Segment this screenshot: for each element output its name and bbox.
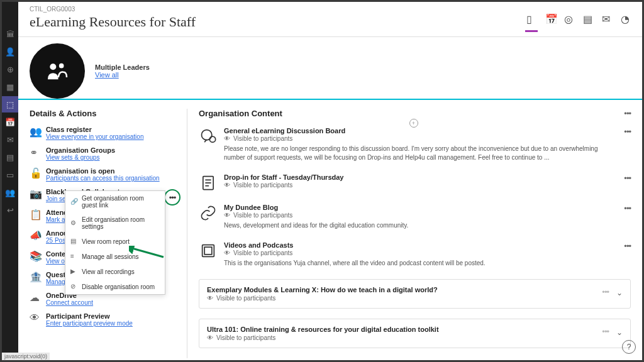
chevron-down-icon[interactable]: ⌄ xyxy=(616,288,623,297)
rail-icon-organisations[interactable]: ⬚ xyxy=(2,96,18,112)
svg-point-1 xyxy=(59,63,64,69)
megaphone-icon: 📣 xyxy=(30,229,41,241)
breadcrumb: CTIL_ORG0003 xyxy=(30,6,631,13)
dd-manage-sessions[interactable]: ≡Manage all sessions xyxy=(65,249,165,264)
collaborate-dropdown: 🔗Get organisation room guest link ⚙Edit … xyxy=(65,190,165,295)
tab-content-icon[interactable]: ▯ xyxy=(526,13,536,23)
dd-guest-link[interactable]: 🔗Get organisation room guest link xyxy=(65,191,165,212)
eye-icon: 👁 xyxy=(224,135,231,142)
content-item-discussion[interactable]: General eLearning Discussion Board 👁Visi… xyxy=(199,127,631,162)
content-item-dropin[interactable]: Drop-in for Staff - Tuesday/Thursday 👁Vi… xyxy=(199,173,631,192)
rail-icon-activity[interactable]: ⊕ xyxy=(2,61,18,77)
leaders-heading: Multiple Leaders xyxy=(95,63,150,71)
eye-icon: 👁 xyxy=(207,295,214,302)
eye-icon: 👁 xyxy=(224,182,231,189)
content-item-blog[interactable]: My Dundee Blog 👁Visible to participants … xyxy=(199,204,631,230)
svg-point-3 xyxy=(209,136,215,142)
tab-discussions-icon[interactable]: ◎ xyxy=(564,13,574,23)
collaborate-options-button[interactable]: ••• xyxy=(164,189,180,206)
content-heading: Organisation Content xyxy=(199,109,631,118)
rail-icon-institution[interactable]: 🏛 xyxy=(2,26,18,42)
groups-link[interactable]: View sets & groups xyxy=(46,154,115,161)
tab-messages-icon[interactable]: ✉ xyxy=(602,13,612,23)
unlock-icon: 🔓 xyxy=(30,167,41,178)
folder-more-button[interactable]: ••• xyxy=(602,327,609,336)
leaders-viewall-link[interactable]: View all xyxy=(95,71,150,79)
browser-statusbar: javascript:void(0) xyxy=(2,353,50,360)
rail-icon-profile[interactable]: 👤 xyxy=(2,43,18,60)
dd-edit-settings[interactable]: ⚙Edit organisation room settings xyxy=(65,212,165,234)
divider-cyan xyxy=(18,99,642,100)
item-more-button[interactable]: ••• xyxy=(624,204,631,213)
onedrive-link[interactable]: Connect account xyxy=(46,299,93,306)
folder-ultra101[interactable]: Ultra 101: Online training & resources f… xyxy=(199,319,631,348)
item-more-button[interactable]: ••• xyxy=(624,241,631,251)
header-tabs: ▯ 📅 ◎ ▤ ✉ ◔ xyxy=(526,13,631,23)
detail-preview: 👁 Participant PreviewEnter participant p… xyxy=(30,312,178,327)
books-icon: 📚 xyxy=(30,250,41,261)
help-button[interactable]: ? xyxy=(622,340,636,354)
link-icon: 🔗 xyxy=(70,198,78,206)
discussion-icon xyxy=(199,127,218,146)
leaders-row: Multiple Leaders View all xyxy=(30,43,631,99)
preview-icon: 👁 xyxy=(30,312,41,324)
rail-icon-calendar[interactable]: 📅 xyxy=(2,114,18,130)
tab-calendar-icon[interactable]: 📅 xyxy=(545,13,555,23)
content-more-button[interactable]: ••• xyxy=(624,109,631,118)
document-icon xyxy=(199,173,218,192)
content-panel: Organisation Content + ••• General eLear… xyxy=(187,109,631,358)
app-rail: 🏛 👤 ⊕ ▦ ⬚ 📅 ✉ ▤ ▭ 👥 ↩ xyxy=(2,2,18,360)
header: CTIL_ORG0003 eLearning Resources for Sta… xyxy=(18,2,642,37)
recordings-icon: ▶ xyxy=(70,268,78,275)
eye-icon: 👁 xyxy=(224,250,231,256)
eye-icon: 👁 xyxy=(224,212,231,219)
dd-view-recordings[interactable]: ▶View all recordings xyxy=(65,264,165,279)
class-register-link[interactable]: View everyone in your organisation xyxy=(46,133,143,140)
report-icon: ▤ xyxy=(70,238,78,245)
eye-icon: 👁 xyxy=(207,334,214,341)
dd-room-report[interactable]: ▤View room report xyxy=(65,234,165,249)
rail-icon-courses[interactable]: ▦ xyxy=(2,79,18,95)
dd-disable-room[interactable]: ⊘Disable organisation room xyxy=(65,279,165,294)
chevron-down-icon[interactable]: ⌄ xyxy=(616,328,623,337)
tab-gradebook-icon[interactable]: ▤ xyxy=(583,13,593,23)
details-heading: Details & Actions xyxy=(30,109,178,118)
attendance-icon: 📋 xyxy=(30,209,41,220)
roster-icon: 👥 xyxy=(30,126,41,137)
content-item-videos[interactable]: Videos and Podcasts 👁Visible to particip… xyxy=(199,241,631,268)
detail-access: 🔓 Organisation is openParticipants can a… xyxy=(30,167,178,182)
folder-more-button[interactable]: ••• xyxy=(602,287,609,297)
cloud-icon: ☁ xyxy=(30,292,41,303)
rail-icon-groups[interactable]: 👥 xyxy=(2,184,18,200)
groups-icon: ⚭ xyxy=(30,146,41,158)
detail-class-register: 👥 Class registerView everyone in your or… xyxy=(30,126,178,140)
folder-exemplary[interactable]: Exemplary Modules & Learning X: How do w… xyxy=(199,279,631,309)
rail-icon-grades[interactable]: ▤ xyxy=(2,149,18,165)
tab-analytics-icon[interactable]: ◔ xyxy=(621,13,631,23)
gear-icon: ⚙ xyxy=(70,219,78,227)
disable-icon: ⊘ xyxy=(70,283,78,290)
item-more-button[interactable]: ••• xyxy=(624,173,631,183)
svg-point-0 xyxy=(50,63,56,70)
item-more-button[interactable]: ••• xyxy=(624,127,631,136)
rail-icon-tools[interactable]: ▭ xyxy=(2,167,18,183)
svg-rect-9 xyxy=(204,247,212,255)
leaders-avatar xyxy=(30,43,85,99)
lti-icon xyxy=(199,241,218,260)
access-link[interactable]: Participants can access this organisatio… xyxy=(46,175,160,182)
rail-icon-signout[interactable]: ↩ xyxy=(2,202,18,218)
bank-icon: 🏦 xyxy=(30,271,41,282)
add-content-button[interactable]: + xyxy=(409,119,418,128)
detail-groups: ⚭ Organisation GroupsView sets & groups xyxy=(30,146,178,161)
rail-icon-messages[interactable]: ✉ xyxy=(2,131,18,148)
sessions-icon: ≡ xyxy=(70,253,78,260)
camera-icon: 📷 xyxy=(30,188,41,199)
link-icon xyxy=(199,204,218,222)
preview-link[interactable]: Enter participant preview mode xyxy=(46,320,133,327)
